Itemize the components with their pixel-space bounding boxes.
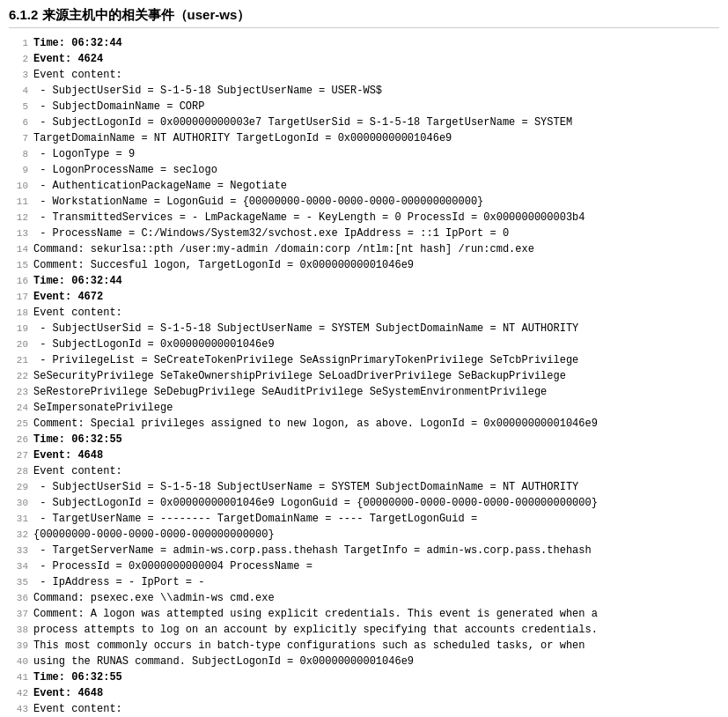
line-number: 14	[9, 241, 28, 257]
line-number: 22	[9, 368, 28, 384]
line-number: 8	[9, 146, 28, 162]
code-line: using the RUNAS command. SubjectLogonId …	[33, 654, 719, 669]
line-number: 3	[9, 67, 28, 83]
line-number: 31	[9, 511, 28, 527]
code-line: - IpAddress = - IpPort = -	[33, 574, 719, 590]
code-line: Time: 06:32:55	[33, 669, 719, 685]
code-line: - SubjectUserSid = S-1-5-18 SubjectUserN…	[33, 479, 719, 495]
line-number: 27	[9, 447, 28, 463]
code-line: Time: 06:32:44	[33, 273, 719, 289]
code-line: Event: 4648	[33, 685, 719, 701]
line-number: 32	[9, 527, 28, 543]
code-line: - PrivilegeList = SeCreateTokenPrivilege…	[33, 352, 719, 368]
line-number: 25	[9, 416, 28, 432]
line-number: 29	[9, 479, 28, 495]
code-line: - LogonType = 9	[33, 146, 719, 162]
line-number: 35	[9, 574, 28, 590]
code-line: Event: 4648	[33, 447, 719, 463]
code-line: - LogonProcessName = seclogo	[33, 162, 719, 178]
line-number: 26	[9, 432, 28, 447]
code-line: - TransmittedServices = - LmPackageName …	[33, 210, 719, 225]
code-line: - SubjectUserSid = S-1-5-18 SubjectUserN…	[33, 83, 719, 99]
line-number: 38	[9, 622, 28, 638]
code-line: Command: sekurlsa::pth /user:my-admin /d…	[33, 241, 719, 257]
line-number: 2	[9, 51, 28, 67]
code-line: This most commonly occurs in batch-type …	[33, 638, 719, 654]
line-number: 20	[9, 336, 28, 352]
code-line: SeImpersonatePrivilege	[33, 400, 719, 416]
line-number: 33	[9, 543, 28, 558]
code-line: Command: psexec.exe \\admin-ws cmd.exe	[33, 590, 719, 606]
code-line: - SubjectLogonId = 0x00000000001046e9 Lo…	[33, 495, 719, 511]
line-number: 4	[9, 83, 28, 99]
code-line: - TargetServerName = admin-ws.corp.pass.…	[33, 543, 719, 558]
line-number: 9	[9, 162, 28, 178]
line-number: 13	[9, 225, 28, 241]
code-line: {00000000-0000-0000-0000-000000000000}	[33, 527, 719, 543]
code-line: Event: 4672	[33, 289, 719, 305]
line-number: 34	[9, 558, 28, 574]
code-line: - AuthenticationPackageName = Negotiate	[33, 178, 719, 194]
line-number: 30	[9, 495, 28, 511]
code-line: Event: 4624	[33, 51, 719, 67]
line-number: 17	[9, 289, 28, 305]
code-line: TargetDomainName = NT AUTHORITY TargetLo…	[33, 130, 719, 146]
code-line: - ProcessName = C:/Windows/System32/svch…	[33, 225, 719, 241]
line-number: 6	[9, 115, 28, 130]
code-line: - SubjectUserSid = S-1-5-18 SubjectUserN…	[33, 321, 719, 336]
code-line: Time: 06:32:44	[33, 35, 719, 51]
line-numbers: 1234567891011121314151617181920212223242…	[9, 35, 33, 717]
content-area: 1234567891011121314151617181920212223242…	[9, 35, 719, 717]
line-number: 1	[9, 35, 28, 51]
line-number: 18	[9, 305, 28, 321]
code-line: Comment: Special privileges assigned to …	[33, 416, 719, 432]
line-number: 19	[9, 321, 28, 336]
code-line: SeSecurityPrivilege SeTakeOwnershipPrivi…	[33, 368, 719, 384]
code-line: - ProcessId = 0x0000000000004 ProcessNam…	[33, 558, 719, 574]
line-number: 16	[9, 273, 28, 289]
line-number: 40	[9, 654, 28, 669]
code-line: Event content:	[33, 305, 719, 321]
code-line: Comment: Succesful logon, TargetLogonId …	[33, 257, 719, 273]
line-number: 37	[9, 606, 28, 622]
code-line: - SubjectLogonId = 0x000000000003e7 Targ…	[33, 115, 719, 130]
code-line: process attempts to log on an account by…	[33, 622, 719, 638]
line-number: 23	[9, 384, 28, 400]
code-line: Event content:	[33, 463, 719, 479]
line-number: 36	[9, 590, 28, 606]
page-container: 6.1.2 来源主机中的相关事件（user-ws） 12345678910111…	[0, 0, 728, 717]
line-number: 7	[9, 130, 28, 146]
line-number: 5	[9, 99, 28, 115]
code-line: Event content:	[33, 701, 719, 717]
line-number: 24	[9, 400, 28, 416]
page-title: 6.1.2 来源主机中的相关事件（user-ws）	[9, 7, 719, 28]
line-number: 11	[9, 194, 28, 210]
line-number: 28	[9, 463, 28, 479]
code-line: - SubjectLogonId = 0x00000000001046e9	[33, 336, 719, 352]
line-number: 39	[9, 638, 28, 654]
code-line: SeRestorePrivilege SeDebugPrivilege SeAu…	[33, 384, 719, 400]
code-line: - WorkstationName = LogonGuid = {0000000…	[33, 194, 719, 210]
code-line: Time: 06:32:55	[33, 432, 719, 447]
line-number: 12	[9, 210, 28, 225]
line-number: 41	[9, 669, 28, 685]
code-content: Time: 06:32:44Event: 4624Event content: …	[33, 35, 719, 717]
line-number: 15	[9, 257, 28, 273]
line-number: 10	[9, 178, 28, 194]
line-number: 43	[9, 701, 28, 717]
code-line: Event content:	[33, 67, 719, 83]
code-line: - TargetUserName = -------- TargetDomain…	[33, 511, 719, 527]
code-line: Comment: A logon was attempted using exp…	[33, 606, 719, 622]
line-number: 21	[9, 352, 28, 368]
code-line: - SubjectDomainName = CORP	[33, 99, 719, 115]
line-number: 42	[9, 685, 28, 701]
